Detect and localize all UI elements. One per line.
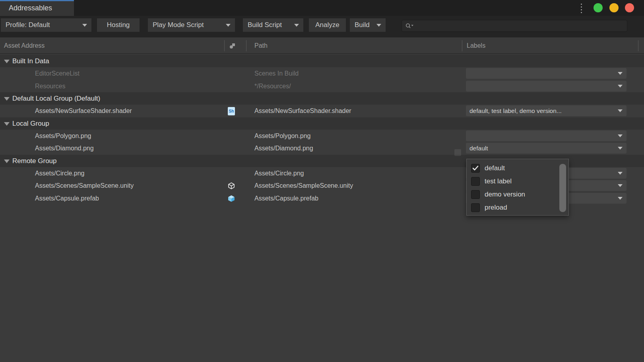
labels-dropdown[interactable] bbox=[466, 68, 627, 79]
asset-address: Assets/Circle.png bbox=[35, 167, 85, 179]
mouse-cursor-ghost bbox=[454, 149, 461, 156]
hosting-button[interactable]: Hosting bbox=[97, 18, 140, 32]
foldout-expanded-icon[interactable] bbox=[4, 160, 10, 163]
asset-row[interactable]: Assets/Diamond.pngAssets/Diamond.pngdefa… bbox=[0, 142, 644, 154]
label-popup-item-text: preload bbox=[485, 204, 507, 212]
label-popup-item[interactable]: preload bbox=[467, 201, 568, 214]
label-popup-item-text: test label bbox=[485, 177, 512, 185]
chevron-down-icon bbox=[226, 24, 231, 27]
label-popup-item[interactable]: default bbox=[467, 162, 568, 175]
tab-addressables[interactable]: Addressables bbox=[0, 0, 74, 16]
chevron-down-icon bbox=[618, 134, 623, 137]
build-script-dropdown[interactable]: Build Script bbox=[243, 18, 303, 32]
chevron-down-icon bbox=[618, 72, 623, 75]
column-header-labels[interactable]: Labels bbox=[467, 37, 485, 54]
shader-badge: Sh bbox=[228, 107, 235, 115]
group-row[interactable]: Local Group bbox=[0, 117, 644, 130]
group-label: Default Local Group (Default) bbox=[12, 92, 100, 105]
asset-path: Assets/Circle.png bbox=[254, 167, 304, 179]
label-popup-item[interactable]: demo version bbox=[467, 188, 568, 201]
window-button-yellow[interactable] bbox=[609, 3, 619, 12]
asset-type-icon bbox=[229, 42, 236, 49]
labels-dropdown[interactable] bbox=[466, 81, 627, 91]
asset-row[interactable]: Resources*/Resources/ bbox=[0, 80, 644, 92]
chevron-down-icon bbox=[618, 147, 623, 150]
asset-path: Scenes In Build bbox=[254, 67, 299, 80]
asset-address: Resources bbox=[35, 80, 65, 92]
asset-address: Assets/NewSurfaceShader.shader bbox=[35, 105, 132, 117]
checkbox-unchecked[interactable] bbox=[471, 203, 480, 212]
table-header: Asset Address Path Labels bbox=[0, 37, 644, 54]
play-mode-script-dropdown[interactable]: Play Mode Script bbox=[148, 18, 235, 32]
asset-row[interactable]: Assets/Polygon.pngAssets/Polygon.png bbox=[0, 130, 644, 142]
search-with-filter-icon bbox=[405, 23, 414, 29]
window-button-red[interactable] bbox=[625, 3, 634, 12]
group-row[interactable]: Built In Data bbox=[0, 55, 644, 67]
chevron-down-icon bbox=[618, 85, 623, 88]
asset-address: Assets/Polygon.png bbox=[35, 130, 91, 142]
chevron-down-icon bbox=[376, 24, 381, 27]
chevron-down-icon bbox=[618, 197, 623, 200]
group-label: Built In Data bbox=[12, 55, 49, 67]
asset-address: Assets/Scenes/SampleScene.unity bbox=[35, 179, 134, 192]
profile-dropdown[interactable]: Profile: Default bbox=[1, 18, 91, 32]
search-input[interactable] bbox=[416, 23, 623, 29]
labels-dropdown-value: default, test label, demo version... bbox=[466, 105, 627, 116]
foldout-expanded-icon[interactable] bbox=[4, 60, 10, 63]
titlebar: Addressables bbox=[0, 0, 644, 16]
column-header-asset-address[interactable]: Asset Address bbox=[4, 37, 45, 54]
asset-path: Assets/Scenes/SampleScene.unity bbox=[254, 179, 353, 192]
group-label: Remote Group bbox=[12, 155, 57, 167]
asset-path: */Resources/ bbox=[254, 80, 291, 92]
prefab-icon bbox=[227, 194, 236, 203]
window-menu-icon[interactable] bbox=[580, 4, 582, 13]
column-separator[interactable] bbox=[246, 40, 246, 51]
toolbar: Profile: Default Hosting Play Mode Scrip… bbox=[0, 16, 644, 33]
chevron-down-icon bbox=[618, 184, 623, 187]
group-row[interactable]: Default Local Group (Default) bbox=[0, 92, 644, 105]
foldout-expanded-icon[interactable] bbox=[4, 97, 10, 101]
analyze-label: Analyze bbox=[315, 21, 339, 29]
label-popup-item-text: demo version bbox=[485, 191, 525, 199]
window-chrome: Addressables Profile: Default Hosting Pl… bbox=[0, 0, 644, 37]
labels-dropdown[interactable]: default, test label, demo version... bbox=[466, 105, 627, 116]
asset-address: EditorSceneList bbox=[35, 67, 80, 80]
asset-path: Assets/Diamond.png bbox=[254, 142, 313, 154]
asset-address: Assets/Diamond.png bbox=[35, 142, 94, 154]
chevron-down-icon bbox=[294, 24, 299, 27]
popup-scrollbar-thumb[interactable] bbox=[559, 164, 566, 212]
build-label: Build bbox=[350, 18, 374, 32]
asset-path: Assets/Polygon.png bbox=[254, 130, 310, 142]
scene-icon bbox=[227, 181, 236, 190]
column-separator[interactable] bbox=[224, 40, 225, 51]
labels-dropdown-value: default bbox=[466, 143, 627, 154]
label-popup-item-text: default bbox=[485, 164, 505, 172]
shader-icon: Sh bbox=[227, 107, 236, 115]
asset-address: Assets/Capsule.prefab bbox=[35, 192, 99, 204]
profile-label: Profile: Default bbox=[1, 18, 55, 32]
window-button-green[interactable] bbox=[594, 3, 603, 12]
build-script-label: Build Script bbox=[243, 18, 287, 32]
column-header-path[interactable]: Path bbox=[254, 37, 268, 54]
foldout-expanded-icon[interactable] bbox=[4, 122, 10, 126]
checkbox-unchecked[interactable] bbox=[471, 190, 480, 199]
labels-dropdown[interactable]: default bbox=[466, 143, 627, 154]
build-dropdown[interactable]: Build bbox=[350, 18, 386, 32]
asset-path: Assets/Capsule.prefab bbox=[254, 192, 318, 204]
column-separator[interactable] bbox=[638, 40, 638, 51]
asset-row[interactable]: Assets/NewSurfaceShader.shaderShAssets/N… bbox=[0, 105, 644, 117]
checkbox-checked[interactable] bbox=[471, 164, 480, 173]
checkbox-unchecked[interactable] bbox=[471, 177, 480, 186]
play-mode-script-label: Play Mode Script bbox=[148, 18, 209, 32]
asset-row[interactable]: EditorSceneListScenes In Build bbox=[0, 67, 644, 80]
chevron-down-icon bbox=[82, 24, 87, 27]
labels-popup: defaulttest labeldemo versionpreload bbox=[466, 159, 569, 216]
asset-path: Assets/NewSurfaceShader.shader bbox=[254, 105, 351, 117]
labels-dropdown[interactable] bbox=[466, 130, 627, 141]
chevron-down-icon bbox=[618, 109, 623, 112]
search-field[interactable] bbox=[402, 20, 627, 32]
hosting-label: Hosting bbox=[107, 21, 130, 29]
analyze-button[interactable]: Analyze bbox=[309, 18, 346, 32]
label-popup-item[interactable]: test label bbox=[467, 175, 568, 188]
column-separator[interactable] bbox=[462, 40, 462, 51]
